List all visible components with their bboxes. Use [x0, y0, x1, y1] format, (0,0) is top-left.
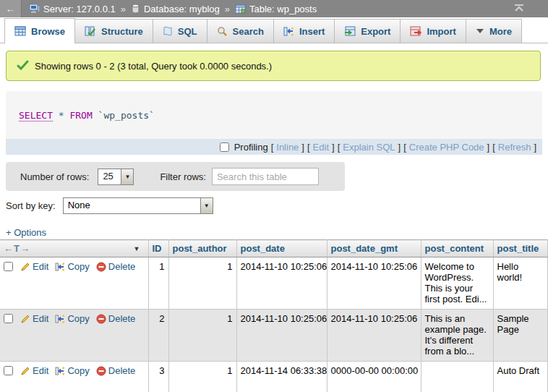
tab-export[interactable]: Export [334, 19, 401, 43]
column-header-post-title[interactable]: post_title [493, 240, 548, 257]
row-checkbox[interactable] [4, 366, 13, 375]
cell-post-title: Auto Draft [493, 362, 548, 392]
delete-icon [96, 366, 106, 378]
collapse-navigation-icon[interactable] [513, 3, 525, 13]
cell-post-author: 1 [168, 257, 236, 310]
action-column-header: ←T→ ▼ [0, 240, 148, 257]
breadcrumb: Server: 127.0.0.1 » Database: myblog » T… [29, 4, 317, 14]
bracket: ] [301, 142, 304, 153]
breadcrumb-separator: » [121, 4, 126, 14]
sql-query-text: SELECT * FROM `wp_posts` [6, 91, 542, 139]
search-icon [217, 26, 228, 37]
bracket: ] [487, 142, 490, 153]
column-header-id[interactable]: ID [148, 240, 168, 257]
structure-icon [85, 26, 96, 36]
cell-post-date: 2014-11-10 10:25:06 [236, 310, 327, 362]
number-of-rows-label: Number of rows: [20, 171, 89, 182]
back-button[interactable]: ← [0, 0, 22, 17]
breadcrumb-database[interactable]: Database: myblog [144, 4, 220, 14]
edit-query-link[interactable]: Edit [313, 142, 329, 153]
bracket: [ [307, 142, 310, 153]
cell-post-author: 1 [168, 310, 236, 362]
delete-icon [96, 262, 106, 274]
cell-post-author: 1 [168, 362, 236, 392]
column-header-post-content[interactable]: post_content [421, 240, 493, 257]
edit-row-link[interactable]: Edit [33, 313, 48, 324]
copy-row-link[interactable]: Copy [67, 313, 89, 324]
status-message-text: Showing rows 0 - 2 (3 total, Query took … [35, 61, 272, 72]
tab-label: SQL [178, 26, 197, 37]
chevron-down-icon: ▼ [121, 169, 133, 184]
explain-sql-link[interactable]: Explain SQL [343, 142, 395, 153]
cell-post-date-gmt: 2014-11-10 10:25:06 [327, 310, 421, 362]
tab-more[interactable]: More [466, 19, 522, 43]
server-icon [29, 4, 40, 14]
tab-label: Structure [101, 26, 143, 37]
column-move-icon[interactable]: ←T→ [4, 243, 30, 254]
tab-import[interactable]: Import [400, 19, 466, 43]
tab-label: Export [361, 26, 390, 37]
bracket: ] [398, 142, 401, 153]
query-actions-bar: Profiling [ Inline ] [ Edit ] [ Explain … [6, 139, 542, 155]
sort-by-key-select[interactable]: None ▼ [63, 197, 213, 214]
profiling-checkbox[interactable] [220, 142, 229, 152]
tab-browse[interactable]: Browse [4, 18, 75, 43]
tab-search[interactable]: Search [207, 19, 274, 43]
delete-row-link[interactable]: Delete [108, 313, 136, 324]
bracket: [ [492, 142, 495, 153]
tab-structure[interactable]: Structure [74, 19, 153, 43]
sort-by-key-row: Sort by key: None ▼ [0, 197, 289, 214]
inline-link[interactable]: Inline [276, 142, 299, 153]
tab-sql[interactable]: SQL [153, 19, 207, 43]
cell-post-content [421, 362, 493, 392]
bracket: ] [534, 142, 536, 153]
sql-icon [163, 26, 173, 37]
filter-rows-input[interactable] [212, 168, 319, 185]
tab-label: More [489, 26, 512, 37]
cell-post-date-gmt: 2014-11-10 10:25:06 [327, 257, 421, 310]
edit-row-link[interactable]: Edit [33, 261, 48, 272]
refresh-link[interactable]: Refresh [498, 142, 531, 153]
row-actions: EditCopyDelete [0, 362, 148, 392]
chevron-down-icon [476, 28, 484, 34]
success-check-icon [17, 60, 29, 72]
profiling-label: Profiling [234, 142, 268, 153]
sql-table-identifier: `wp_posts` [98, 110, 155, 121]
column-header-post-date-gmt[interactable]: post_date_gmt [327, 240, 421, 257]
tab-insert[interactable]: Insert [273, 19, 335, 43]
breadcrumb-table[interactable]: Table: wp_posts [249, 4, 317, 14]
cell-id: 3 [148, 362, 168, 392]
sort-by-key-value: None [64, 198, 200, 213]
cell-id: 1 [148, 257, 168, 310]
copy-icon [55, 314, 65, 326]
column-header-post-date[interactable]: post_date [236, 240, 327, 257]
chevron-down-icon: ▼ [200, 198, 213, 213]
sql-keyword-select[interactable]: SELECT [19, 110, 53, 122]
bracket: [ [338, 142, 341, 153]
options-toggle-link[interactable]: + Options [6, 227, 46, 238]
row-checkbox[interactable] [4, 262, 13, 271]
with-selected-dropdown-icon[interactable]: ▼ [134, 245, 140, 252]
create-php-code-link[interactable]: Create PHP Code [409, 142, 484, 153]
sort-by-key-label: Sort by key: [6, 200, 56, 211]
copy-row-link[interactable]: Copy [67, 365, 89, 376]
rows-filter-bar: Number of rows: 25 ▼ Filter rows: [6, 162, 345, 191]
breadcrumb-bar: ← Server: 127.0.0.1 » Database: myblog »… [0, 0, 548, 17]
delete-row-link[interactable]: Delete [108, 365, 136, 376]
cell-post-date-gmt: 0000-00-00 00:00:00 [327, 362, 421, 392]
tab-label: Import [427, 26, 455, 37]
row-actions: EditCopyDelete [0, 257, 148, 310]
delete-row-link[interactable]: Delete [108, 261, 136, 272]
sql-keyword-from: FROM [69, 110, 92, 121]
edit-row-link[interactable]: Edit [33, 365, 48, 376]
status-message: Showing rows 0 - 2 (3 total, Query took … [6, 51, 541, 81]
bracket: [ [403, 142, 406, 153]
breadcrumb-separator: » [225, 4, 230, 14]
number-of-rows-select[interactable]: 25 ▼ [98, 169, 134, 185]
row-checkbox[interactable] [4, 314, 13, 323]
breadcrumb-server[interactable]: Server: 127.0.0.1 [43, 4, 116, 14]
column-header-post-author[interactable]: post_author [168, 240, 236, 257]
sql-star: * [59, 110, 64, 121]
copy-row-link[interactable]: Copy [67, 261, 89, 272]
cell-post-title: Sample Page [493, 310, 548, 362]
